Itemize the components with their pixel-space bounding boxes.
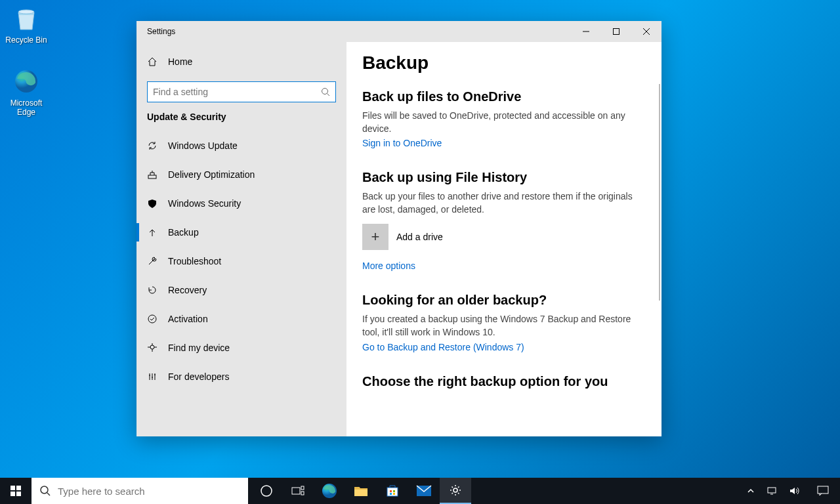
svg-rect-14	[16, 492, 21, 496]
svg-rect-18	[292, 488, 300, 494]
section-heading: Looking for an older backup?	[362, 293, 635, 308]
section-heading: Back up files to OneDrive	[362, 89, 635, 104]
backup-restore-win7-link[interactable]: Go to Backup and Restore (Windows 7)	[362, 342, 524, 352]
cortana-icon	[260, 484, 273, 497]
svg-rect-8	[148, 175, 156, 178]
plus-icon: +	[362, 224, 388, 250]
section-heading: Choose the right backup option for you	[362, 374, 635, 389]
svg-point-17	[261, 486, 272, 496]
svg-point-9	[148, 315, 156, 323]
scrollbar[interactable]	[659, 84, 660, 301]
svg-point-0	[18, 10, 34, 14]
taskbar-app-explorer[interactable]	[345, 478, 377, 504]
taskbar-app-mail[interactable]	[408, 478, 440, 504]
search-input[interactable]	[153, 87, 321, 97]
action-center-button[interactable]	[808, 478, 837, 504]
category-heading: Update & Security	[136, 112, 346, 131]
location-icon	[147, 343, 158, 353]
edge-icon	[321, 482, 338, 499]
svg-point-10	[150, 345, 154, 349]
more-options-link[interactable]: More options	[362, 261, 415, 271]
task-view-button[interactable]	[282, 478, 314, 504]
tray-chevron-up-icon[interactable]	[744, 487, 757, 495]
svg-point-28	[453, 488, 457, 492]
nav-item-windows-update[interactable]: Windows Update	[136, 131, 346, 160]
desktop-icon-label: Microsoft Edge	[1, 98, 51, 117]
add-drive-button[interactable]: + Add a drive	[362, 224, 635, 250]
nav-item-delivery-optimization[interactable]: Delivery Optimization	[136, 160, 346, 189]
windows-icon	[10, 486, 21, 496]
home-nav[interactable]: Home	[136, 47, 346, 76]
desktop-icon-edge[interactable]: Microsoft Edge	[1, 66, 51, 117]
gear-icon	[449, 484, 462, 497]
svg-line-7	[327, 94, 330, 96]
section-onedrive: Back up files to OneDrive Files will be …	[362, 89, 635, 149]
svg-line-16	[47, 493, 50, 495]
svg-point-15	[41, 486, 48, 494]
backup-icon	[147, 227, 158, 238]
nav-item-windows-security[interactable]: Windows Security	[136, 189, 346, 218]
folder-icon	[354, 485, 368, 497]
page-title: Backup	[362, 52, 635, 74]
svg-rect-24	[393, 490, 395, 492]
nav-item-find-my-device[interactable]: Find my device	[136, 333, 346, 362]
tray-network-icon[interactable]	[764, 486, 780, 495]
store-icon	[385, 484, 400, 498]
nav-item-activation[interactable]: Activation	[136, 304, 346, 333]
desktop-icon-recycle-bin[interactable]: Recycle Bin	[1, 3, 51, 45]
cortana-button[interactable]	[251, 478, 282, 504]
svg-rect-12	[16, 486, 21, 490]
svg-rect-22	[387, 488, 398, 496]
svg-rect-20	[301, 492, 304, 495]
wrench-icon	[147, 256, 158, 266]
tray-volume-icon[interactable]	[786, 486, 802, 495]
taskbar-search[interactable]	[32, 478, 248, 504]
section-text: Back up your files to another drive and …	[362, 190, 635, 216]
minimize-button[interactable]	[571, 21, 601, 42]
section-choose-option: Choose the right backup option for you	[362, 374, 635, 389]
svg-rect-29	[768, 488, 776, 493]
svg-rect-23	[390, 490, 392, 492]
section-heading: Back up using File History	[362, 170, 635, 185]
svg-rect-25	[390, 493, 392, 495]
taskbar-app-store[interactable]	[377, 478, 408, 504]
svg-rect-3	[614, 29, 620, 35]
search-box[interactable]	[147, 81, 336, 102]
sign-in-onedrive-link[interactable]: Sign in to OneDrive	[362, 138, 442, 148]
close-button[interactable]	[631, 21, 662, 42]
nav-item-recovery[interactable]: Recovery	[136, 276, 346, 304]
nav-item-troubleshoot[interactable]: Troubleshoot	[136, 247, 346, 276]
content-pane: Backup Back up files to OneDrive Files w…	[346, 42, 662, 436]
titlebar[interactable]: Settings	[136, 21, 662, 42]
taskbar-search-input[interactable]	[58, 486, 248, 497]
taskbar	[0, 478, 840, 504]
recovery-icon	[147, 285, 158, 295]
svg-rect-26	[393, 493, 395, 495]
developers-icon	[147, 371, 158, 382]
recycle-bin-icon	[10, 3, 42, 34]
system-tray	[744, 478, 840, 504]
start-button[interactable]	[0, 478, 32, 504]
section-text: Files will be saved to OneDrive, protect…	[362, 110, 635, 135]
nav-item-for-developers[interactable]: For developers	[136, 362, 346, 391]
search-icon	[39, 485, 51, 497]
taskbar-app-settings[interactable]	[440, 478, 471, 504]
shield-icon	[147, 198, 158, 209]
search-icon	[321, 87, 330, 96]
mail-icon	[416, 485, 432, 497]
svg-rect-19	[301, 486, 304, 490]
maximize-button[interactable]	[601, 21, 631, 42]
home-label: Home	[168, 56, 192, 67]
svg-rect-30	[818, 486, 828, 494]
home-icon	[147, 56, 158, 67]
section-file-history: Back up using File History Back up your …	[362, 170, 635, 272]
nav-item-backup[interactable]: Backup	[136, 218, 346, 247]
check-circle-icon	[147, 314, 158, 324]
settings-window: Settings Home Update & Security Windows …	[136, 21, 662, 436]
svg-rect-13	[10, 492, 15, 496]
delivery-icon	[147, 169, 158, 180]
add-drive-label: Add a drive	[396, 232, 443, 242]
sync-icon	[147, 140, 158, 151]
sidebar: Home Update & Security Windows Update De…	[136, 42, 346, 436]
taskbar-app-edge[interactable]	[314, 478, 345, 504]
